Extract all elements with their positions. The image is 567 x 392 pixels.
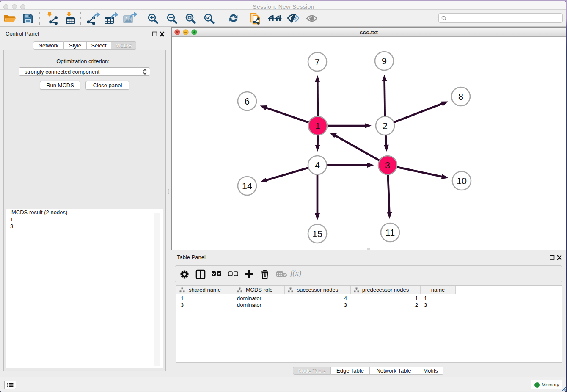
svg-text:8: 8 — [458, 92, 463, 102]
svg-text:4: 4 — [315, 160, 320, 171]
svg-text:9: 9 — [382, 56, 387, 66]
svg-text:7: 7 — [315, 57, 320, 67]
svg-text:3: 3 — [385, 160, 390, 171]
svg-text:10: 10 — [457, 176, 467, 186]
svg-text:14: 14 — [242, 181, 252, 191]
svg-text:2: 2 — [383, 121, 388, 131]
svg-text:1: 1 — [315, 121, 320, 131]
svg-text:11: 11 — [385, 228, 395, 238]
svg-text:6: 6 — [245, 97, 250, 107]
svg-text:15: 15 — [312, 229, 322, 239]
